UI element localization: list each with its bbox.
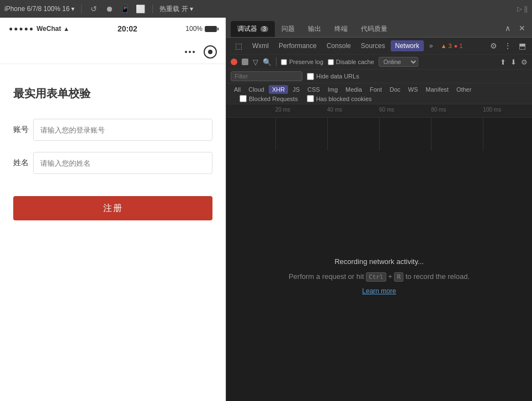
disable-cache-text: Disable cache <box>336 59 374 65</box>
type-manifest[interactable]: Manifest <box>422 85 452 94</box>
main-area: ●●●●● WeChat ▲ 20:02 100% <box>0 18 532 401</box>
device-icon[interactable]: 📱 <box>119 3 130 14</box>
tab-debugger-label: 调试器 <box>237 25 257 33</box>
recording-subtitle: Perform a request or hit Ctrl + R to rec… <box>289 272 470 281</box>
subtab-network[interactable]: Network <box>391 40 424 51</box>
phone-content: 最实用表单校验 账号 姓名 注册 <box>0 64 226 401</box>
tab-terminal[interactable]: 终端 <box>328 21 354 37</box>
status-right: 100% <box>185 25 217 33</box>
subtab-more[interactable]: » <box>425 40 438 51</box>
type-font[interactable]: Font <box>366 85 385 94</box>
toolbar-separator <box>81 4 82 13</box>
network-panel: ⬚ Wxml Performance Console Sources Netwo… <box>226 38 532 401</box>
type-media[interactable]: Media <box>342 85 365 94</box>
tick-20ms: 20 ms <box>275 107 290 113</box>
filter-icon[interactable]: ▽ <box>253 58 258 66</box>
blocked-requests-checkbox[interactable] <box>240 95 247 102</box>
tab-output-label: 输出 <box>308 25 321 33</box>
has-blocked-cookies-text: Has blocked cookies <box>316 96 372 102</box>
filter-row: Hide data URLs <box>226 70 532 83</box>
account-field-group: 账号 <box>13 119 212 141</box>
dock-icon[interactable]: ⬒ <box>517 40 528 51</box>
has-blocked-cookies-label[interactable]: Has blocked cookies <box>307 95 372 102</box>
wifi-icon: ▲ <box>63 25 70 32</box>
type-doc[interactable]: Doc <box>386 85 404 94</box>
subtab-wxml[interactable]: Wxml <box>248 40 273 51</box>
vline2 <box>327 118 328 151</box>
subtab-sources[interactable]: Sources <box>357 40 390 51</box>
blocked-requests-label[interactable]: Blocked Requests <box>240 95 298 102</box>
network-settings-icon[interactable]: ⚙ <box>521 58 528 66</box>
recording-title: Recording network activity... <box>334 257 424 266</box>
tab-quality[interactable]: 代码质量 <box>354 21 394 37</box>
hotreload-label[interactable]: 热重载 开 ▾ <box>159 4 193 14</box>
inspector-icon[interactable]: ⬚ <box>231 40 247 52</box>
import-icon[interactable]: ⬆ <box>500 58 506 66</box>
type-cloud[interactable]: Cloud <box>245 85 268 94</box>
tick-100ms: 100 ms <box>483 107 501 113</box>
disable-cache-label[interactable]: Disable cache <box>328 59 374 65</box>
record-button[interactable] <box>231 59 237 65</box>
type-other[interactable]: Other <box>453 85 475 94</box>
account-input[interactable] <box>33 119 212 141</box>
preserve-log-label[interactable]: Preserve log <box>281 59 323 65</box>
search-icon[interactable]: 🔍 <box>263 58 272 66</box>
error-badge: ● 1 <box>454 43 463 49</box>
register-button[interactable]: 注册 <box>13 196 212 220</box>
vline1 <box>275 118 276 151</box>
tab-output[interactable]: 输出 <box>301 21 328 37</box>
tab-debugger[interactable]: 调试器 3 <box>231 21 275 37</box>
empty-state: Recording network activity... Perform a … <box>226 151 532 401</box>
throttle-select[interactable]: Online Fast 3G Slow 3G Offline <box>379 57 418 67</box>
name-label: 姓名 <box>13 158 33 168</box>
subtab-console[interactable]: Console <box>322 40 355 51</box>
type-css[interactable]: CSS <box>304 85 323 94</box>
hide-data-urls-checkbox[interactable] <box>307 73 314 80</box>
type-ws[interactable]: WS <box>405 85 422 94</box>
signal-dots: ●●●●● <box>9 25 34 33</box>
preserve-log-text: Preserve log <box>289 59 323 65</box>
settings-icon[interactable]: ⚙ <box>488 40 499 51</box>
vline4 <box>431 118 432 151</box>
reload-icon[interactable]: ↺ <box>88 3 99 14</box>
network-toolbar: ▽ 🔍 Preserve log Disable cache Online Fa… <box>226 55 532 70</box>
close-icon[interactable]: ✕ <box>517 23 528 34</box>
collapse-icon[interactable]: ∧ <box>502 23 513 34</box>
devtools-tab-controls: ∧ ✕ <box>502 23 528 37</box>
stop-button[interactable] <box>242 59 248 65</box>
hide-data-urls-text: Hide data URLs <box>316 73 359 80</box>
preserve-log-checkbox[interactable] <box>281 59 287 65</box>
action-dots[interactable] <box>185 51 195 53</box>
export-icon[interactable]: ⬇ <box>510 58 517 66</box>
type-filter-row: All Cloud XHR JS CSS Img Media Font Doc … <box>226 83 532 104</box>
blocked-requests-text: Blocked Requests <box>249 96 298 102</box>
name-input[interactable] <box>33 152 212 174</box>
type-all[interactable]: All <box>231 85 244 94</box>
device-label[interactable]: iPhone 6/7/8 100% 16 ▾ <box>4 5 75 13</box>
type-js[interactable]: JS <box>289 85 303 94</box>
battery-icon <box>205 26 217 32</box>
battery-fill <box>205 27 216 31</box>
filter-input[interactable] <box>231 71 302 81</box>
type-xhr[interactable]: XHR <box>269 85 288 94</box>
has-blocked-cookies-checkbox[interactable] <box>307 95 314 102</box>
dot2 <box>189 51 191 53</box>
network-subtabs: ⬚ Wxml Performance Console Sources Netwo… <box>226 38 532 55</box>
hide-data-urls-label[interactable]: Hide data URLs <box>307 73 359 80</box>
subtab-performance[interactable]: Performance <box>274 40 321 51</box>
vline5 <box>483 118 483 151</box>
battery-percent: 100% <box>185 25 203 33</box>
more-icon[interactable]: ⋮ <box>502 40 513 51</box>
type-img[interactable]: Img <box>324 85 341 94</box>
record-icon[interactable]: ⏺ <box>104 3 115 14</box>
window-icon[interactable]: ⬜ <box>135 3 146 14</box>
learn-more-link[interactable]: Learn more <box>362 287 396 295</box>
devtools-toggle[interactable]: ▷ || <box>517 5 528 13</box>
camera-btn[interactable] <box>204 45 217 59</box>
disable-cache-checkbox[interactable] <box>328 59 334 65</box>
phone-panel: ●●●●● WeChat ▲ 20:02 100% <box>0 18 226 401</box>
tab-terminal-label: 终端 <box>334 25 348 33</box>
r-key: R <box>394 272 403 282</box>
phone-actions-bar <box>0 40 226 64</box>
tab-issues[interactable]: 问题 <box>275 21 301 37</box>
